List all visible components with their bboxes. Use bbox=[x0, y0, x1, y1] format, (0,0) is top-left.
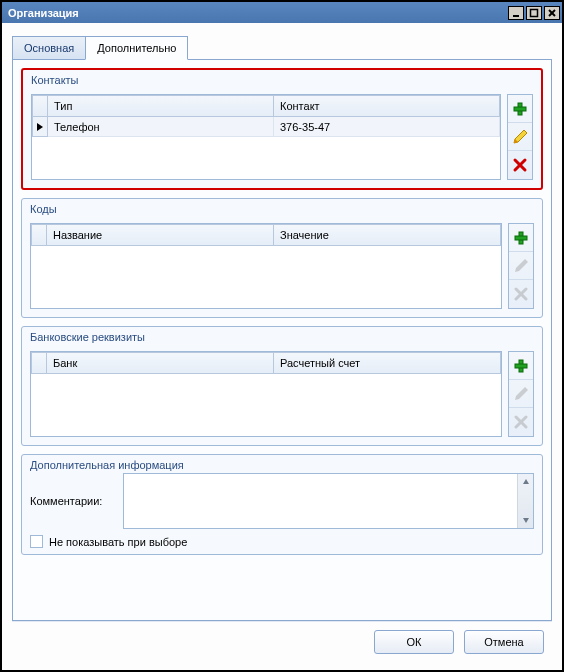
edit-button bbox=[509, 380, 533, 408]
svg-rect-12 bbox=[515, 236, 527, 240]
tab-additional[interactable]: Дополнительно bbox=[85, 36, 188, 60]
group-extra: Дополнительная информация Комментарии: Н… bbox=[21, 454, 543, 555]
bank-col-bank[interactable]: Банк bbox=[47, 352, 274, 374]
contacts-grid[interactable]: Тип Контакт Телефон 376-35-47 bbox=[31, 94, 501, 180]
tab-strip: Основная Дополнительно bbox=[12, 35, 552, 59]
edit-button[interactable] bbox=[508, 123, 532, 151]
minimize-button[interactable] bbox=[508, 6, 524, 20]
svg-rect-17 bbox=[515, 364, 527, 368]
group-contacts-title: Контакты bbox=[23, 70, 541, 88]
row-indicator bbox=[32, 117, 48, 137]
svg-rect-6 bbox=[514, 107, 526, 111]
scroll-up-icon[interactable] bbox=[518, 474, 533, 490]
add-button[interactable] bbox=[508, 95, 532, 123]
add-button[interactable] bbox=[509, 224, 533, 252]
codes-grid[interactable]: Название Значение bbox=[30, 223, 502, 309]
comment-scrollbar[interactable] bbox=[517, 474, 533, 528]
group-codes: Коды Название Значение bbox=[21, 198, 543, 318]
client-area: Основная Дополнительно Контакты Тип Конт… bbox=[2, 23, 562, 670]
comment-field-wrap bbox=[123, 473, 534, 529]
svg-marker-22 bbox=[523, 518, 529, 523]
svg-marker-13 bbox=[515, 259, 528, 272]
hide-checkbox[interactable] bbox=[30, 535, 43, 548]
titlebar: Организация bbox=[2, 2, 562, 23]
group-extra-title: Дополнительная информация bbox=[22, 455, 542, 473]
hide-checkbox-label[interactable]: Не показывать при выборе bbox=[49, 536, 187, 548]
window-title: Организация bbox=[8, 7, 79, 19]
svg-marker-18 bbox=[515, 387, 528, 400]
ok-button[interactable]: ОК bbox=[374, 630, 454, 654]
codes-corner bbox=[31, 224, 47, 246]
codes-col-value[interactable]: Значение bbox=[274, 224, 501, 246]
contacts-corner bbox=[32, 95, 48, 117]
window-frame: Организация Основная Дополнительно Конта… bbox=[0, 0, 564, 672]
add-button[interactable] bbox=[509, 352, 533, 380]
window-buttons bbox=[508, 6, 560, 20]
delete-button bbox=[509, 280, 533, 308]
delete-button bbox=[509, 408, 533, 436]
bank-col-account[interactable]: Расчетный счет bbox=[274, 352, 501, 374]
cell-contact[interactable]: 376-35-47 bbox=[274, 117, 500, 137]
contacts-toolbar bbox=[507, 94, 533, 180]
svg-rect-1 bbox=[531, 9, 538, 16]
cancel-button[interactable]: Отмена bbox=[464, 630, 544, 654]
bank-toolbar bbox=[508, 351, 534, 437]
bank-grid[interactable]: Банк Расчетный счет bbox=[30, 351, 502, 437]
dialog-footer: ОК Отмена bbox=[12, 621, 552, 662]
contacts-col-contact[interactable]: Контакт bbox=[274, 95, 500, 117]
edit-button bbox=[509, 252, 533, 280]
comment-field[interactable] bbox=[124, 474, 517, 528]
codes-col-name[interactable]: Название bbox=[47, 224, 274, 246]
scroll-down-icon[interactable] bbox=[518, 512, 533, 528]
group-contacts: Контакты Тип Контакт Телефон 376-3 bbox=[21, 68, 543, 190]
contacts-col-type[interactable]: Тип bbox=[48, 95, 274, 117]
group-bank-title: Банковские реквизиты bbox=[22, 327, 542, 345]
table-row[interactable]: Телефон 376-35-47 bbox=[32, 117, 500, 137]
tab-content: Контакты Тип Контакт Телефон 376-3 bbox=[12, 59, 552, 621]
group-codes-title: Коды bbox=[22, 199, 542, 217]
delete-button[interactable] bbox=[508, 151, 532, 179]
group-bank: Банковские реквизиты Банк Расчетный счет bbox=[21, 326, 543, 446]
maximize-button[interactable] bbox=[526, 6, 542, 20]
bank-corner bbox=[31, 352, 47, 374]
cell-type[interactable]: Телефон bbox=[48, 117, 274, 137]
svg-marker-21 bbox=[523, 479, 529, 484]
codes-toolbar bbox=[508, 223, 534, 309]
close-button[interactable] bbox=[544, 6, 560, 20]
tab-main[interactable]: Основная bbox=[12, 36, 86, 60]
comment-label: Комментарии: bbox=[30, 473, 115, 529]
svg-marker-4 bbox=[37, 123, 43, 131]
